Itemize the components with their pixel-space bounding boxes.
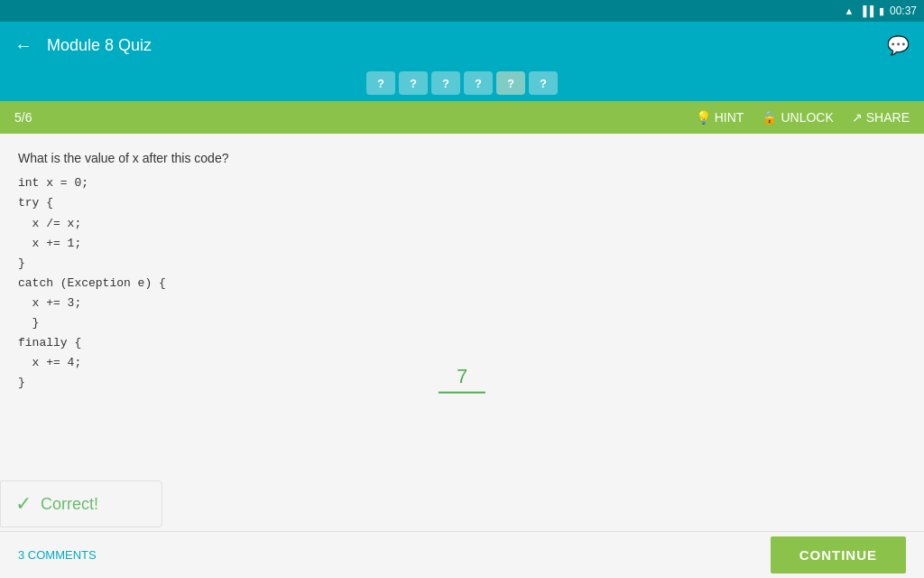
- answer-value: 7: [439, 365, 485, 394]
- status-time: 00:37: [890, 5, 917, 17]
- share-icon: ↗: [852, 110, 863, 125]
- progress-dot-4: ?: [464, 71, 493, 95]
- progress-dot-1: ?: [366, 71, 395, 95]
- question-text: What is the value of x after this code?: [18, 148, 906, 168]
- progress-dot-3: ?: [431, 71, 460, 95]
- code-block: int x = 0; try { x /= x; x += 1; } catch…: [18, 173, 906, 393]
- comments-link[interactable]: 3 COMMENTS: [18, 548, 97, 562]
- progress-dot-5: ?: [496, 71, 525, 95]
- continue-button[interactable]: CONTINUE: [771, 536, 906, 573]
- chat-icon[interactable]: 💬: [887, 34, 910, 56]
- footer: 3 COMMENTS CONTINUE: [0, 531, 924, 578]
- share-button[interactable]: ↗ SHARE: [852, 110, 910, 125]
- unlock-button[interactable]: 🔒 UNLOCK: [762, 110, 833, 125]
- unlock-label: UNLOCK: [781, 110, 833, 125]
- signal-icon: ▐▐: [859, 5, 873, 16]
- battery-icon: ▮: [879, 5, 884, 17]
- progress-dot-2: ?: [399, 71, 428, 95]
- hint-icon: 💡: [696, 110, 711, 125]
- header: ← Module 8 Quiz 💬: [0, 22, 924, 69]
- correct-text: Correct!: [41, 495, 98, 514]
- wifi-icon: ▲: [844, 5, 854, 16]
- hint-button[interactable]: 💡 HINT: [696, 110, 744, 125]
- progress-dot-6: ?: [529, 71, 558, 95]
- status-bar: ▲ ▐▐ ▮ 00:37: [0, 0, 924, 22]
- back-button[interactable]: ←: [14, 35, 32, 56]
- progress-label: 5/6: [14, 110, 32, 125]
- main-content: What is the value of x after this code? …: [0, 134, 924, 578]
- sub-header: 5/6 💡 HINT 🔒 UNLOCK ↗ SHARE: [0, 101, 924, 134]
- unlock-icon: 🔒: [762, 110, 777, 125]
- hint-label: HINT: [715, 110, 744, 125]
- correct-banner: ✓ Correct!: [0, 480, 162, 527]
- progress-bar: ? ? ? ? ? ?: [0, 69, 924, 101]
- answer-area: 7: [439, 365, 485, 394]
- share-label: SHARE: [866, 110, 910, 125]
- header-title: Module 8 Quiz: [47, 36, 152, 55]
- checkmark-icon: ✓: [15, 492, 32, 516]
